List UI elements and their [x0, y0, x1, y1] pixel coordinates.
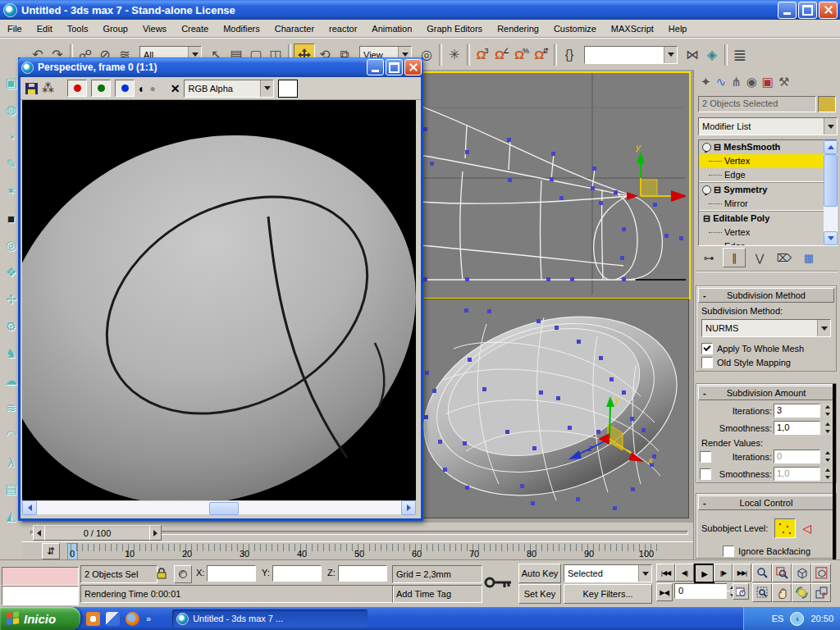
vertex-subobject-button[interactable]: [774, 518, 796, 538]
channel-display-dropdown[interactable]: RGB Alpha: [184, 80, 274, 98]
mirror-button[interactable]: ⋈: [682, 44, 702, 66]
object-color-swatch[interactable]: [818, 96, 836, 112]
display-tab-icon[interactable]: ▣: [762, 75, 774, 89]
start-button[interactable]: Inicio: [0, 607, 80, 630]
save-bitmap-icon[interactable]: [25, 83, 38, 94]
set-keys-button[interactable]: [481, 567, 515, 598]
stack-item-ep-edge[interactable]: Edge: [699, 240, 824, 245]
x-coordinate-field[interactable]: [207, 565, 256, 582]
tab-icon-6[interactable]: ■: [3, 210, 20, 226]
menu-character[interactable]: Character: [267, 21, 322, 36]
go-to-end-button[interactable]: ▶▶|: [733, 564, 751, 582]
render-window-titlebar[interactable]: Perspective, frame 0 (1:1): [18, 57, 423, 77]
stack-item-ms-edge[interactable]: Edge: [699, 168, 824, 182]
dropdown-arrow-icon[interactable]: [664, 47, 677, 63]
stack-scrollbar[interactable]: [824, 140, 837, 245]
edge-subobject-icon[interactable]: ◁: [802, 522, 811, 535]
render-iterations-checkbox[interactable]: [700, 451, 711, 463]
alpha-channel-button[interactable]: ●: [149, 83, 155, 94]
tab-icon-15[interactable]: λ: [3, 454, 20, 470]
smoothness-spinner[interactable]: [822, 421, 833, 435]
auto-key-button[interactable]: Auto Key: [518, 564, 561, 583]
tab-icon-2[interactable]: ◍: [3, 102, 20, 118]
align-button[interactable]: ◈: [702, 44, 722, 66]
zoom-extents-all-button[interactable]: [811, 564, 831, 582]
remove-modifier-button[interactable]: ⌦: [774, 249, 795, 267]
stack-item-meshsmooth[interactable]: ⊟ MeshSmooth: [699, 140, 824, 154]
tab-icon-14[interactable]: ◠: [3, 427, 20, 443]
green-channel-button[interactable]: [91, 80, 111, 97]
percent-snap-button[interactable]: Ω%: [512, 44, 532, 66]
ignore-backfacing-row[interactable]: Ignore Backfacing: [696, 541, 836, 559]
apply-to-whole-mesh-row[interactable]: Apply To Whole Mesh: [696, 340, 836, 357]
panel-scroll-bar[interactable]: [833, 384, 836, 559]
bulb-icon[interactable]: [702, 143, 711, 152]
tab-icon-7[interactable]: ◎: [3, 237, 20, 253]
tab-icon-16[interactable]: ▤: [3, 481, 20, 497]
make-unique-button[interactable]: ⋁: [749, 249, 770, 267]
render-iterations-spinner[interactable]: [822, 450, 833, 463]
dropdown-arrow-icon[interactable]: [817, 320, 830, 336]
render-maximize-button[interactable]: [386, 59, 403, 75]
tab-icon-5[interactable]: ✶: [3, 183, 20, 199]
monochrome-button[interactable]: ◐: [139, 82, 145, 95]
object-name-field[interactable]: 2 Objects Selected: [698, 96, 816, 112]
tab-icon-13[interactable]: ≋: [3, 399, 20, 416]
red-channel-button[interactable]: [67, 80, 87, 97]
stack-item-ms-vertex[interactable]: Vertex: [699, 154, 824, 168]
tab-icon-10[interactable]: ⚙: [3, 318, 20, 335]
utilities-tab-icon[interactable]: ⚒: [778, 75, 789, 89]
subdivision-method-header[interactable]: - Subdivision Method: [698, 288, 834, 303]
motion-tab-icon[interactable]: ◉: [746, 75, 757, 89]
smoothness-field[interactable]: 1,0: [774, 421, 820, 435]
tab-icon-9[interactable]: ✢: [3, 291, 20, 308]
subdivision-method-dropdown[interactable]: NURMS: [701, 319, 831, 337]
scroll-up-button[interactable]: [824, 140, 838, 154]
track-bar[interactable]: ⇵ 0 10 20 30 40 50 60 70 80 90 100: [22, 541, 693, 560]
time-slider-button[interactable]: 0 / 100: [44, 525, 150, 541]
add-time-tag[interactable]: Add Time Tag: [392, 585, 482, 603]
maxscript-listener-white[interactable]: [2, 586, 79, 605]
modify-tab-icon[interactable]: ∿: [716, 75, 727, 89]
y-coordinate-field[interactable]: [272, 565, 322, 582]
maxscript-listener-pink[interactable]: [2, 567, 79, 586]
menu-maxscript[interactable]: MAXScript: [604, 21, 661, 36]
menu-graph-editors[interactable]: Graph Editors: [419, 21, 490, 36]
spinner-snap-button[interactable]: Ω⇵: [532, 44, 551, 66]
blue-channel-button[interactable]: [115, 80, 135, 97]
render-smoothness-spinner[interactable]: [822, 467, 833, 481]
language-indicator[interactable]: ES: [772, 614, 784, 623]
arc-rotate-button[interactable]: [792, 583, 811, 602]
menu-views[interactable]: Views: [135, 21, 174, 36]
mini-curve-editor-button[interactable]: ⇵: [42, 543, 60, 559]
minimize-button[interactable]: [778, 2, 797, 19]
time-configuration-button[interactable]: [733, 583, 749, 600]
quick-launch-firefox-icon[interactable]: [126, 612, 139, 626]
dropdown-arrow-icon[interactable]: [260, 80, 273, 97]
render-iterations-field[interactable]: 0: [774, 450, 820, 463]
frame-forward-button[interactable]: [149, 525, 162, 541]
clear-button[interactable]: ✕: [171, 82, 180, 95]
play-button[interactable]: ▶: [694, 564, 714, 583]
menu-file[interactable]: File: [0, 21, 30, 36]
tray-chevron-icon[interactable]: ‹: [790, 612, 804, 626]
clock[interactable]: 20:50: [810, 614, 833, 623]
quick-launch-overflow[interactable]: »: [146, 614, 151, 623]
menu-reactor[interactable]: reactor: [322, 21, 364, 36]
quick-launch-icon-1[interactable]: [86, 612, 100, 626]
quick-launch-show-desktop-icon[interactable]: [106, 612, 120, 626]
render-close-button[interactable]: [404, 59, 422, 75]
hierarchy-tab-icon[interactable]: ⋔: [731, 75, 742, 89]
render-smoothness-field[interactable]: 1,0: [774, 467, 820, 481]
zoom-button[interactable]: [752, 564, 772, 582]
tab-icon-3[interactable]: ◔: [3, 129, 20, 145]
viewport-perspective[interactable]: z x y: [420, 299, 689, 518]
pan-button[interactable]: [772, 583, 792, 602]
scroll-down-button[interactable]: [824, 231, 838, 245]
old-style-mapping-row[interactable]: Old Style Mapping: [696, 357, 836, 371]
named-selection-sets-button[interactable]: {}: [559, 44, 579, 66]
menu-help[interactable]: Help: [661, 21, 695, 36]
menu-modifiers[interactable]: Modifiers: [216, 21, 267, 36]
show-end-result-button[interactable]: ∥: [723, 248, 746, 267]
key-selection-dropdown[interactable]: Selected: [564, 564, 652, 582]
